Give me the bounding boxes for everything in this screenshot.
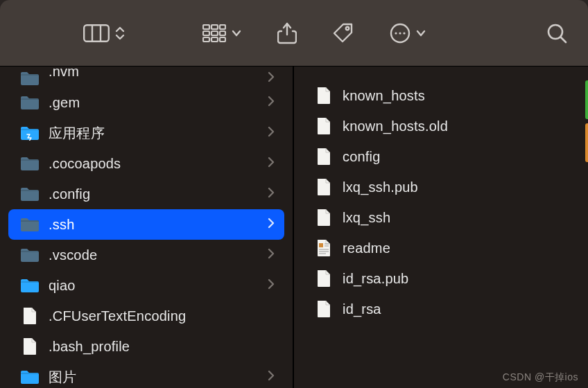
item-label: id_rsa.pub <box>343 271 570 287</box>
chevron-down-icon <box>232 30 241 37</box>
chevron-down-icon <box>416 30 426 37</box>
file-item[interactable]: lxq_ssh.pub <box>302 172 580 202</box>
column-child[interactable]: known_hosts known_hosts.old config lxq_s… <box>294 67 588 388</box>
document-icon <box>312 117 336 135</box>
document-icon <box>312 178 336 196</box>
file-item[interactable]: .bash_profile <box>8 331 284 362</box>
folder-icon <box>18 71 42 86</box>
svg-rect-11 <box>220 37 225 42</box>
folder-item[interactable]: .nvm <box>8 69 284 87</box>
folder-icon <box>18 369 42 385</box>
chevron-right-icon <box>268 95 275 110</box>
chevron-right-icon <box>268 156 275 171</box>
chevron-right-icon <box>268 247 275 263</box>
item-label: .gem <box>49 95 259 111</box>
svg-rect-3 <box>203 25 209 29</box>
folder-item[interactable]: 应用程序 <box>8 118 284 148</box>
chevron-right-icon <box>268 217 275 232</box>
file-item[interactable]: known_hosts.old <box>302 111 580 141</box>
svg-rect-5 <box>220 25 225 29</box>
file-item[interactable]: .CFUserTextEncoding <box>8 301 284 331</box>
svg-point-18 <box>548 25 562 39</box>
item-label: .CFUserTextEncoding <box>49 308 275 324</box>
actions-button[interactable] <box>390 23 426 44</box>
item-label: lxq_ssh <box>343 210 570 226</box>
document-icon <box>312 300 336 318</box>
share-icon <box>277 22 297 44</box>
edge-indicator <box>585 80 588 119</box>
document-icon <box>312 148 336 166</box>
search-icon <box>546 23 567 44</box>
folder-icon <box>18 278 42 293</box>
chevron-right-icon <box>268 125 275 141</box>
document-icon <box>312 270 336 288</box>
folder-item[interactable]: .gem <box>8 87 284 118</box>
document-icon <box>312 239 336 257</box>
document-icon <box>18 307 42 325</box>
chevron-right-icon <box>268 186 275 202</box>
folder-item[interactable]: 图片 <box>8 362 284 388</box>
columns-view: .nvm .gem 应用程序 .cocoapods .config .ssh .… <box>0 66 588 388</box>
document-icon <box>312 87 336 105</box>
item-label: known_hosts <box>343 88 570 104</box>
share-button[interactable] <box>277 22 297 44</box>
column-parent[interactable]: .nvm .gem 应用程序 .cocoapods .config .ssh .… <box>0 67 294 388</box>
svg-rect-4 <box>211 25 218 29</box>
item-label: known_hosts.old <box>343 118 570 134</box>
folder-icon <box>18 217 42 232</box>
file-item[interactable]: readme <box>302 233 580 263</box>
folder-icon <box>18 186 42 202</box>
item-label: readme <box>343 240 570 256</box>
file-item[interactable]: known_hosts <box>302 80 580 111</box>
svg-point-16 <box>399 32 401 34</box>
item-label: 应用程序 <box>49 124 259 143</box>
item-label: lxq_ssh.pub <box>343 179 570 195</box>
chevron-right-icon <box>268 369 275 385</box>
file-item[interactable]: id_rsa <box>302 294 580 324</box>
item-label: 图片 <box>49 368 259 387</box>
tags-button[interactable] <box>333 23 354 44</box>
svg-line-19 <box>561 37 566 42</box>
folder-icon <box>18 156 42 171</box>
item-label: config <box>343 149 570 165</box>
item-label: .bash_profile <box>49 339 275 355</box>
document-icon <box>312 209 336 227</box>
item-label: .vscode <box>49 247 259 263</box>
search-button[interactable] <box>546 23 567 44</box>
svg-rect-20 <box>319 243 323 247</box>
svg-point-17 <box>403 32 405 34</box>
folder-item[interactable]: .ssh <box>8 209 284 240</box>
group-by-button[interactable] <box>202 24 241 42</box>
updown-icon <box>115 26 125 41</box>
svg-rect-9 <box>203 37 209 42</box>
folder-icon <box>18 247 42 263</box>
chevron-right-icon <box>268 71 275 86</box>
item-label: id_rsa <box>343 301 570 317</box>
folder-item[interactable]: qiao <box>8 270 284 301</box>
svg-point-13 <box>346 26 349 29</box>
item-label: .ssh <box>49 217 259 233</box>
tag-icon <box>333 23 354 44</box>
svg-rect-0 <box>84 25 109 42</box>
view-switcher-button[interactable] <box>83 24 125 42</box>
columns-icon <box>83 24 110 42</box>
svg-rect-10 <box>211 37 218 42</box>
item-label: .config <box>49 186 259 202</box>
folder-item[interactable]: .vscode <box>8 240 284 270</box>
item-label: qiao <box>49 278 259 294</box>
svg-rect-6 <box>203 31 209 35</box>
file-item[interactable]: config <box>302 141 580 172</box>
svg-rect-7 <box>211 31 218 35</box>
item-label: .nvm <box>49 64 259 80</box>
file-item[interactable]: lxq_ssh <box>302 202 580 233</box>
watermark: CSDN @干掉ios <box>503 371 578 384</box>
folder-item[interactable]: .config <box>8 179 284 209</box>
file-item[interactable]: id_rsa.pub <box>302 263 580 294</box>
grid-icon <box>202 24 226 42</box>
item-label: .cocoapods <box>49 156 259 172</box>
folder-icon <box>18 125 42 141</box>
folder-item[interactable]: .cocoapods <box>8 148 284 179</box>
ellipsis-circle-icon <box>390 23 410 44</box>
folder-icon <box>18 95 42 110</box>
edge-indicator <box>585 123 588 162</box>
